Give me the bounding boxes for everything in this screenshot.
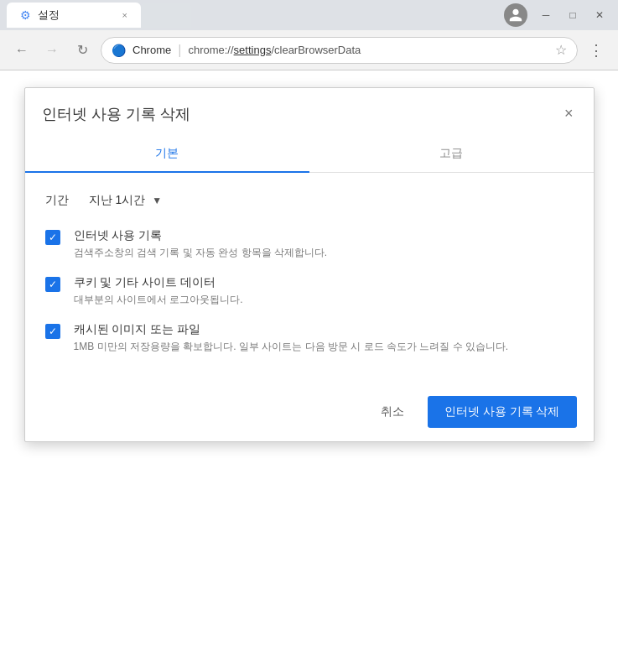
period-value: 지난 1시간 <box>89 193 146 208</box>
browser-content: 인터넷 사용 기록 삭제 × 기본 고급 기간 지난 1시간 ▼ <box>0 70 618 672</box>
checkbox-item-cached-images: ✓ 캐시된 이미지 또는 파일 1MB 미만의 저장용량을 확보합니다. 일부 … <box>45 322 574 354</box>
period-dropdown-arrow-icon: ▼ <box>152 195 162 206</box>
period-select[interactable]: 지난 1시간 ▼ <box>82 190 169 211</box>
cancel-button[interactable]: 취소 <box>367 398 418 426</box>
item-desc-browsing-history: 검색주소창의 검색 기록 및 자동 완성 항목을 삭제합니다. <box>74 245 328 260</box>
dialog-footer: 취소 인터넷 사용 기록 삭제 <box>25 386 594 441</box>
checkbox-browsing-history[interactable]: ✓ <box>45 230 60 245</box>
dialog-tabs: 기본 고급 <box>25 136 594 173</box>
checkbox-item-cookies: ✓ 쿠키 및 기타 사이트 데이터 대부분의 사이트에서 로그아웃됩니다. <box>45 275 574 307</box>
checkmark-icon: ✓ <box>49 232 57 242</box>
checkbox-cached-images[interactable]: ✓ <box>45 324 60 339</box>
dialog-body: 기간 지난 1시간 ▼ ✓ 인터넷 사용 기록 검색주소창의 검색 기록 및 자… <box>25 173 594 386</box>
dialog-close-button[interactable]: × <box>561 102 577 126</box>
item-title-cached-images: 캐시된 이미지 또는 파일 <box>74 322 509 337</box>
addressbar: ← → ↻ 🔵 Chrome | chrome://settings/clear… <box>0 30 618 70</box>
omnibox-url: chrome://settings/clearBrowserData <box>188 44 361 56</box>
refresh-button[interactable]: ↻ <box>70 39 94 62</box>
url-suffix: /clearBrowserData <box>271 44 361 56</box>
confirm-clear-button[interactable]: 인터넷 사용 기록 삭제 <box>428 396 577 428</box>
back-button[interactable]: ← <box>10 39 34 62</box>
url-prefix: chrome:// <box>188 44 233 56</box>
item-desc-cached-images: 1MB 미만의 저장용량을 확보합니다. 일부 사이트는 다음 방문 시 로드 … <box>74 339 509 354</box>
window-controls: ─ □ ✕ <box>504 3 611 27</box>
titlebar: ⚙ 설정 × ─ □ ✕ <box>0 0 618 30</box>
window-close-button[interactable]: ✕ <box>588 3 611 27</box>
tab-basic[interactable]: 기본 <box>25 136 309 173</box>
tab-close-icon[interactable]: × <box>122 10 127 20</box>
url-divider: | <box>178 43 181 58</box>
chrome-menu-button[interactable]: ⋮ <box>584 39 608 62</box>
minimize-button[interactable]: ─ <box>534 3 558 27</box>
tab-advanced[interactable]: 고급 <box>309 136 594 173</box>
checkmark-icon: ✓ <box>49 326 57 336</box>
titlebar-left: ⚙ 설정 × <box>7 3 504 28</box>
browser-tab[interactable]: ⚙ 설정 × <box>7 3 141 28</box>
browser-name: Chrome <box>132 44 171 56</box>
tab-label: 설정 <box>38 8 60 23</box>
checkmark-icon: ✓ <box>49 279 57 289</box>
bookmark-star-icon[interactable]: ☆ <box>555 42 567 58</box>
item-desc-cookies: 대부분의 사이트에서 로그아웃됩니다. <box>74 292 243 307</box>
maximize-button[interactable]: □ <box>561 3 584 27</box>
profile-icon[interactable] <box>504 3 527 27</box>
settings-gear-icon: ⚙ <box>20 8 31 22</box>
checkbox-cookies[interactable]: ✓ <box>45 277 60 292</box>
omnibox[interactable]: 🔵 Chrome | chrome://settings/clearBrowse… <box>101 37 578 64</box>
period-row: 기간 지난 1시간 ▼ <box>45 190 574 211</box>
forward-button[interactable]: → <box>40 39 64 62</box>
clear-browser-data-dialog: 인터넷 사용 기록 삭제 × 기본 고급 기간 지난 1시간 ▼ <box>24 87 595 442</box>
item-title-cookies: 쿠키 및 기타 사이트 데이터 <box>74 275 243 290</box>
new-tab-placeholder <box>141 3 191 28</box>
secure-icon: 🔵 <box>112 44 126 57</box>
period-label: 기간 <box>45 193 69 208</box>
checkbox-item-browsing-history: ✓ 인터넷 사용 기록 검색주소창의 검색 기록 및 자동 완성 항목을 삭제합… <box>45 228 574 260</box>
item-title-browsing-history: 인터넷 사용 기록 <box>74 228 328 243</box>
url-settings: settings <box>234 44 272 56</box>
dialog-titlebar: 인터넷 사용 기록 삭제 × <box>25 88 594 136</box>
dialog-title: 인터넷 사용 기록 삭제 <box>42 104 190 124</box>
